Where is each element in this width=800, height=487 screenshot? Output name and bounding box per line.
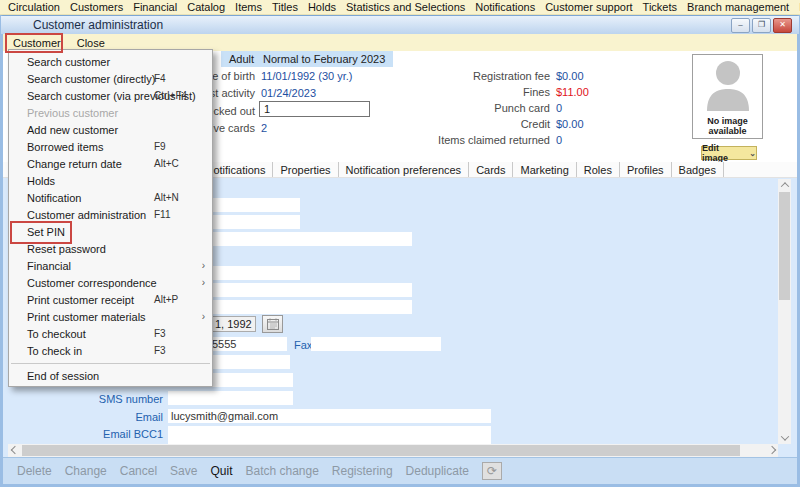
tab-roles[interactable]: Roles: [577, 162, 620, 177]
refresh-icon: ⟳: [487, 464, 497, 478]
menu-customers[interactable]: Customers: [70, 1, 123, 13]
cancel-button: Cancel: [120, 464, 157, 478]
menu-customer-support[interactable]: Customer support: [545, 1, 632, 13]
menu-item-print-customer-receipt[interactable]: Print customer receiptAlt+P: [9, 291, 212, 308]
person-icon: [705, 59, 751, 111]
shortcut: F4: [154, 73, 166, 84]
delete-button: Delete: [17, 464, 52, 478]
horizontal-scrollbar[interactable]: [8, 444, 778, 457]
bottom-toolbar: Delete Change Cancel Save Quit Batch cha…: [3, 457, 797, 484]
menu-item-to-check-in[interactable]: To check inF3: [9, 342, 212, 359]
menu-item-financial[interactable]: Financial›: [9, 257, 212, 274]
menu-catalog[interactable]: Catalog: [187, 1, 225, 13]
menu-branch-management[interactable]: Branch management: [687, 1, 789, 13]
registering-button: Registering: [332, 464, 393, 478]
menu-item-holds[interactable]: Holds: [9, 172, 212, 189]
shortcut: Ctrl+F4: [154, 90, 187, 101]
scroll-left-button[interactable]: [8, 444, 21, 456]
menu-close[interactable]: Close: [77, 37, 105, 49]
menu-item-print-customer-materials[interactable]: Print customer materials›: [9, 308, 212, 325]
calendar-button[interactable]: [262, 315, 283, 333]
customer-dropdown-menu: Search customer Search customer (directl…: [8, 49, 213, 387]
window-controls: – ❐ ✕: [731, 18, 792, 33]
change-button: Change: [65, 464, 107, 478]
scroll-left-icon: [10, 446, 18, 454]
menu-holds[interactable]: Holds: [308, 1, 336, 13]
menu-item-end-of-session[interactable]: End of session: [9, 367, 212, 384]
menu-item-customer-correspondence[interactable]: Customer correspondence›: [9, 274, 212, 291]
menu-item-search-customer-via-previous-list[interactable]: Search customer (via previous list)Ctrl+…: [9, 87, 212, 104]
chip-membership[interactable]: Normal to February 2023: [255, 51, 393, 67]
email-input[interactable]: [168, 409, 491, 423]
menu-item-notification[interactable]: NotificationAlt+N: [9, 189, 212, 206]
screen: Circulation Customers Financial Catalog …: [0, 0, 800, 487]
scroll-up-button[interactable]: [778, 179, 791, 191]
punch-card-value: 0: [556, 102, 562, 114]
scroll-down-button[interactable]: [778, 432, 791, 444]
menu-notifications[interactable]: Notifications: [475, 1, 535, 13]
menu-item-add-new-customer[interactable]: Add new customer: [9, 121, 212, 138]
submenu-arrow-icon: ›: [202, 311, 205, 322]
fax-label: Fax: [294, 339, 312, 351]
credit-label: Credit: [370, 118, 550, 130]
horizontal-scrollbar-thumb[interactable]: [22, 445, 740, 456]
batch-change-button: Batch change: [245, 464, 318, 478]
tab-marketing[interactable]: Marketing: [513, 162, 576, 177]
punch-card-label: Punch card: [370, 102, 550, 114]
email-bcc1-label: Email BCC1: [60, 428, 163, 440]
shortcut: F11: [154, 209, 171, 220]
tab-badges[interactable]: Badges: [672, 162, 724, 177]
close-icon: ✕: [779, 20, 786, 29]
shortcut: Alt+C: [154, 158, 179, 169]
restore-button[interactable]: ❐: [752, 18, 771, 33]
edit-image-button[interactable]: Edit image ⌄: [701, 146, 757, 160]
menu-item-search-customer-directly[interactable]: Search customer (directly)F4: [9, 70, 212, 87]
menu-item-change-return-date[interactable]: Change return dateAlt+C: [9, 155, 212, 172]
credit-value: $0.00: [556, 118, 584, 130]
menu-titles[interactable]: Titles: [272, 1, 298, 13]
menu-financial[interactable]: Financial: [133, 1, 177, 13]
date-of-birth-value: 11/01/1992 (30 yr.): [261, 70, 353, 82]
tab-properties[interactable]: Properties: [273, 162, 338, 177]
last-activity-value: 01/24/2023: [261, 87, 316, 99]
tab-notification-preferences[interactable]: Notification preferences: [339, 162, 470, 177]
submenu-arrow-icon: ›: [202, 277, 205, 288]
menu-item-previous-customer: Previous customer: [9, 104, 212, 121]
menu-item-to-checkout[interactable]: To checkoutF3: [9, 325, 212, 342]
sms-number-label: SMS number: [60, 393, 163, 405]
menu-item-search-customer[interactable]: Search customer: [9, 53, 212, 70]
close-button[interactable]: ✕: [773, 18, 792, 33]
menu-tickets[interactable]: Tickets: [643, 1, 677, 13]
annotation-customer-menu: [5, 33, 63, 53]
vertical-scrollbar-thumb[interactable]: [779, 192, 790, 300]
shortcut: F9: [154, 141, 166, 152]
tab-cards[interactable]: Cards: [469, 162, 513, 177]
items-claimed-returned-label: Items claimed returned: [370, 134, 550, 146]
scroll-up-icon: [780, 182, 788, 190]
annotation-set-pin: [10, 221, 72, 244]
vertical-scrollbar[interactable]: [778, 179, 791, 444]
scroll-right-button[interactable]: [765, 444, 778, 456]
items-claimed-returned-value: 0: [556, 134, 562, 146]
email-bcc1-input[interactable]: [168, 426, 491, 440]
active-cards-value: 2: [261, 122, 267, 134]
edit-image-label: Edit image: [702, 143, 746, 163]
menu-items[interactable]: Items: [235, 1, 262, 13]
scroll-down-icon: [780, 432, 788, 440]
menu-item-borrowed-items[interactable]: Borrowed itemsF9: [9, 138, 212, 155]
registration-fee-label: Registration fee: [370, 70, 550, 82]
menu-statistics-and-selections[interactable]: Statistics and Selections: [346, 1, 465, 13]
date-of-birth-field-value: 1, 1992: [215, 318, 252, 330]
tab-profiles[interactable]: Profiles: [620, 162, 672, 177]
checked-out-input[interactable]: [259, 101, 370, 117]
shortcut: Alt+P: [154, 294, 178, 305]
window-title: Customer administration: [33, 18, 163, 32]
menu-circulation[interactable]: Circulation: [8, 1, 60, 13]
email-label: Email: [60, 411, 163, 423]
refresh-button: ⟳: [482, 462, 502, 480]
sms-number-input[interactable]: [168, 391, 293, 405]
quit-button[interactable]: Quit: [210, 464, 232, 478]
fax-input[interactable]: [311, 337, 441, 351]
minimize-button[interactable]: –: [731, 18, 750, 33]
restore-icon: ❐: [758, 20, 765, 29]
